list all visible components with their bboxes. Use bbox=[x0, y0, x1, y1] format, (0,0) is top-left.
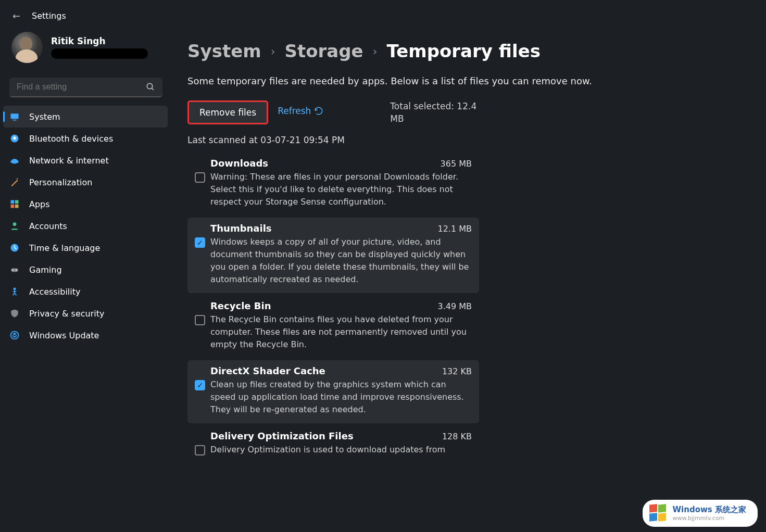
sidebar-item-time-language[interactable]: Time & language bbox=[3, 237, 168, 259]
svg-rect-9 bbox=[15, 205, 19, 208]
file-description: The Recycle Bin contains files you have … bbox=[210, 313, 472, 351]
page-title: Temporary files bbox=[386, 41, 541, 61]
sidebar-item-privacy-security[interactable]: Privacy & security bbox=[3, 302, 168, 324]
file-checkbox[interactable]: ✓ bbox=[195, 237, 205, 248]
sidebar-item-accessibility[interactable]: Accessibility bbox=[3, 281, 168, 302]
system-icon bbox=[9, 111, 20, 122]
sidebar-item-label: Gaming bbox=[29, 265, 62, 275]
breadcrumb: System › Storage › Temporary files bbox=[187, 41, 656, 61]
file-name: Delivery Optimization Files bbox=[210, 430, 354, 441]
sidebar-item-gaming[interactable]: Gaming bbox=[3, 259, 168, 281]
sidebar-item-label: Bluetooth & devices bbox=[29, 134, 113, 144]
windows-update-icon bbox=[9, 330, 20, 340]
file-checkbox[interactable] bbox=[195, 445, 205, 455]
sidebar-item-bluetooth-devices[interactable]: ✱ Bluetooth & devices bbox=[3, 128, 168, 149]
sidebar-item-apps[interactable]: Apps bbox=[3, 193, 168, 215]
sidebar-item-personalization[interactable]: Personalization bbox=[3, 171, 168, 193]
refresh-label: Refresh bbox=[278, 106, 311, 116]
svg-line-1 bbox=[152, 88, 154, 90]
file-description: Warning: These are files in your persona… bbox=[210, 171, 472, 208]
file-checkbox[interactable] bbox=[195, 315, 205, 325]
file-item[interactable]: Recycle Bin 3.49 MB The Recycle Bin cont… bbox=[187, 295, 479, 358]
bluetooth-devices-icon: ✱ bbox=[9, 133, 20, 144]
sidebar-item-label: Windows Update bbox=[29, 331, 99, 340]
file-description: Delivery Optimization is used to downloa… bbox=[210, 444, 472, 456]
gaming-icon bbox=[9, 264, 20, 275]
file-name: DirectX Shader Cache bbox=[210, 365, 325, 376]
file-name: Recycle Bin bbox=[210, 300, 271, 311]
watermark-line1: Windows 系统之家 bbox=[673, 505, 746, 515]
accessibility-icon bbox=[9, 286, 20, 297]
personalization-icon bbox=[9, 177, 20, 187]
apps-icon bbox=[9, 199, 20, 209]
svg-rect-2 bbox=[11, 113, 19, 119]
sidebar-item-label: Accessibility bbox=[29, 287, 80, 297]
watermark-line2: www.bjjmmlv.com bbox=[673, 515, 746, 522]
watermark: Windows 系统之家 www.bjjmmlv.com bbox=[643, 500, 758, 527]
chevron-right-icon: › bbox=[271, 45, 275, 58]
file-size: 132 KB bbox=[442, 366, 472, 376]
remove-files-button[interactable]: Remove files bbox=[187, 100, 268, 124]
file-size: 12.1 MB bbox=[438, 224, 472, 234]
svg-point-0 bbox=[147, 83, 153, 89]
breadcrumb-storage[interactable]: Storage bbox=[284, 41, 363, 61]
file-item[interactable]: ✓ Thumbnails 12.1 MB Windows keeps a cop… bbox=[187, 218, 479, 293]
refresh-icon bbox=[314, 106, 323, 116]
sidebar-item-label: Privacy & security bbox=[29, 309, 104, 319]
file-item[interactable]: Downloads 365 MB Warning: These are file… bbox=[187, 153, 479, 216]
file-checkbox[interactable]: ✓ bbox=[195, 380, 205, 390]
refresh-button[interactable]: Refresh bbox=[278, 100, 323, 116]
last-scanned: Last scanned at 03-07-21 09:54 PM bbox=[187, 135, 656, 145]
svg-point-14 bbox=[16, 269, 17, 271]
sidebar-item-windows-update[interactable]: Windows Update bbox=[3, 324, 168, 346]
accounts-icon bbox=[9, 221, 20, 231]
privacy-security-icon bbox=[9, 308, 20, 319]
file-checkbox[interactable] bbox=[195, 172, 205, 183]
total-selected: Total selected: 12.4 MB bbox=[390, 100, 484, 125]
sidebar-item-label: Time & language bbox=[29, 243, 100, 253]
svg-rect-8 bbox=[11, 205, 15, 208]
svg-point-13 bbox=[12, 269, 14, 271]
network-internet-icon bbox=[9, 155, 20, 166]
file-item[interactable]: ✓ DirectX Shader Cache 132 KB Clean up f… bbox=[187, 360, 479, 423]
sidebar-item-system[interactable]: System bbox=[3, 106, 168, 128]
sidebar-item-label: Accounts bbox=[29, 221, 67, 231]
svg-rect-6 bbox=[11, 200, 15, 204]
file-item[interactable]: Delivery Optimization Files 128 KB Deliv… bbox=[187, 425, 479, 463]
file-size: 365 MB bbox=[441, 159, 472, 169]
search-input-wrap[interactable] bbox=[9, 78, 162, 97]
svg-text:✱: ✱ bbox=[12, 135, 17, 141]
file-description: Windows keeps a copy of all of your pict… bbox=[210, 236, 472, 286]
windows-logo-icon bbox=[649, 504, 668, 523]
svg-rect-3 bbox=[13, 120, 17, 121]
svg-point-17 bbox=[11, 332, 19, 339]
file-name: Thumbnails bbox=[210, 223, 272, 234]
svg-point-10 bbox=[13, 222, 17, 226]
file-description: Clean up files created by the graphics s… bbox=[210, 378, 472, 416]
sidebar-item-label: Personalization bbox=[29, 178, 92, 187]
chevron-right-icon: › bbox=[373, 45, 378, 58]
file-name: Downloads bbox=[210, 158, 268, 169]
file-size: 128 KB bbox=[442, 432, 472, 441]
user-name: Ritik Singh bbox=[51, 36, 148, 46]
sidebar-item-label: Apps bbox=[29, 199, 50, 209]
app-title: Settings bbox=[32, 11, 66, 21]
user-email-redacted bbox=[51, 48, 148, 59]
sidebar-item-network-internet[interactable]: Network & internet bbox=[3, 149, 168, 171]
back-icon[interactable]: ← bbox=[12, 10, 20, 21]
search-icon bbox=[146, 82, 155, 92]
sidebar-item-accounts[interactable]: Accounts bbox=[3, 215, 168, 237]
svg-point-15 bbox=[14, 288, 16, 290]
avatar bbox=[11, 32, 43, 63]
breadcrumb-system[interactable]: System bbox=[187, 41, 261, 61]
file-size: 3.49 MB bbox=[438, 301, 472, 311]
page-description: Some temporary files are needed by apps.… bbox=[187, 74, 635, 88]
user-block[interactable]: Ritik Singh bbox=[0, 27, 172, 71]
search-input[interactable] bbox=[17, 82, 128, 92]
sidebar-item-label: System bbox=[29, 112, 60, 122]
time-language-icon bbox=[9, 243, 20, 253]
svg-rect-7 bbox=[15, 200, 19, 204]
sidebar-item-label: Network & internet bbox=[29, 156, 109, 166]
